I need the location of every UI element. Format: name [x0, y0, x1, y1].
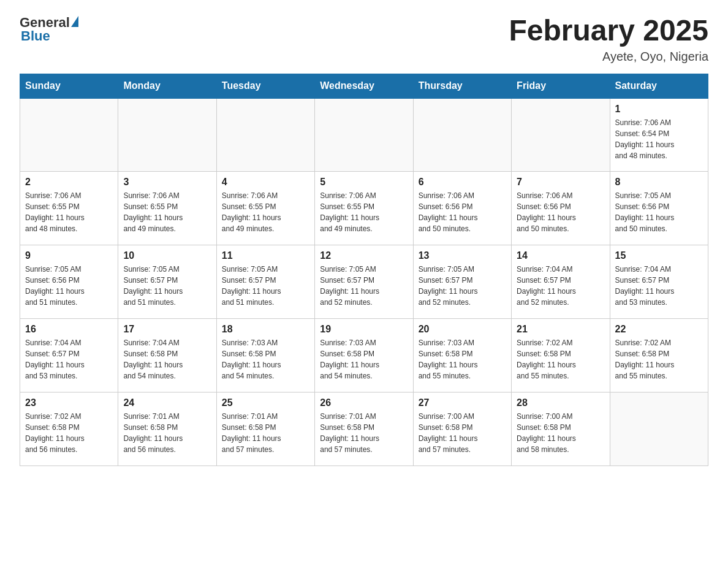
calendar-cell: 7Sunrise: 7:06 AM Sunset: 6:56 PM Daylig… [512, 172, 610, 245]
logo-blue-text: Blue [21, 28, 50, 44]
day-info: Sunrise: 7:00 AM Sunset: 6:58 PM Dayligh… [419, 411, 506, 455]
calendar-table: SundayMondayTuesdayWednesdayThursdayFrid… [20, 74, 708, 467]
weekday-header-monday: Monday [118, 74, 216, 98]
calendar-cell: 4Sunrise: 7:06 AM Sunset: 6:55 PM Daylig… [216, 172, 314, 245]
calendar-cell: 16Sunrise: 7:04 AM Sunset: 6:57 PM Dayli… [20, 319, 118, 393]
day-info: Sunrise: 7:02 AM Sunset: 6:58 PM Dayligh… [517, 337, 604, 381]
day-info: Sunrise: 7:04 AM Sunset: 6:58 PM Dayligh… [123, 337, 211, 381]
day-number: 13 [419, 250, 506, 261]
day-info: Sunrise: 7:05 AM Sunset: 6:57 PM Dayligh… [419, 264, 506, 308]
calendar-cell [216, 98, 314, 172]
day-number: 11 [222, 250, 309, 261]
day-info: Sunrise: 7:00 AM Sunset: 6:58 PM Dayligh… [517, 411, 604, 455]
calendar-cell: 21Sunrise: 7:02 AM Sunset: 6:58 PM Dayli… [512, 319, 610, 393]
calendar-cell: 25Sunrise: 7:01 AM Sunset: 6:58 PM Dayli… [216, 393, 314, 466]
day-info: Sunrise: 7:02 AM Sunset: 6:58 PM Dayligh… [615, 337, 703, 381]
day-info: Sunrise: 7:04 AM Sunset: 6:57 PM Dayligh… [25, 337, 113, 381]
day-info: Sunrise: 7:05 AM Sunset: 6:56 PM Dayligh… [615, 190, 703, 234]
day-number: 6 [419, 177, 506, 188]
day-number: 23 [25, 397, 113, 408]
day-number: 27 [419, 397, 506, 408]
day-info: Sunrise: 7:06 AM Sunset: 6:56 PM Dayligh… [517, 190, 604, 234]
calendar-week-row: 23Sunrise: 7:02 AM Sunset: 6:58 PM Dayli… [20, 393, 708, 466]
day-info: Sunrise: 7:06 AM Sunset: 6:55 PM Dayligh… [222, 190, 309, 234]
day-number: 5 [320, 177, 408, 188]
day-number: 19 [320, 324, 408, 335]
calendar-cell: 5Sunrise: 7:06 AM Sunset: 6:55 PM Daylig… [315, 172, 413, 245]
weekday-header-tuesday: Tuesday [216, 74, 314, 98]
calendar-body: 1Sunrise: 7:06 AM Sunset: 6:54 PM Daylig… [20, 98, 708, 466]
day-number: 7 [517, 177, 604, 188]
calendar-cell [512, 98, 610, 172]
calendar-cell [413, 98, 511, 172]
calendar-cell: 15Sunrise: 7:04 AM Sunset: 6:57 PM Dayli… [610, 245, 708, 319]
weekday-header-thursday: Thursday [413, 74, 511, 98]
calendar-cell: 24Sunrise: 7:01 AM Sunset: 6:58 PM Dayli… [118, 393, 216, 466]
day-info: Sunrise: 7:01 AM Sunset: 6:58 PM Dayligh… [320, 411, 408, 455]
day-info: Sunrise: 7:01 AM Sunset: 6:58 PM Dayligh… [222, 411, 309, 455]
location-subtitle: Ayete, Oyo, Nigeria [509, 50, 708, 64]
day-info: Sunrise: 7:03 AM Sunset: 6:58 PM Dayligh… [419, 337, 506, 381]
calendar-cell: 28Sunrise: 7:00 AM Sunset: 6:58 PM Dayli… [512, 393, 610, 466]
weekday-row: SundayMondayTuesdayWednesdayThursdayFrid… [20, 74, 708, 98]
weekday-header-wednesday: Wednesday [315, 74, 413, 98]
day-number: 22 [615, 324, 703, 335]
day-number: 15 [615, 250, 703, 261]
day-info: Sunrise: 7:06 AM Sunset: 6:55 PM Dayligh… [25, 190, 113, 234]
day-info: Sunrise: 7:05 AM Sunset: 6:57 PM Dayligh… [320, 264, 408, 308]
day-info: Sunrise: 7:05 AM Sunset: 6:56 PM Dayligh… [25, 264, 113, 308]
day-number: 14 [517, 250, 604, 261]
calendar-cell: 9Sunrise: 7:05 AM Sunset: 6:56 PM Daylig… [20, 245, 118, 319]
calendar-week-row: 16Sunrise: 7:04 AM Sunset: 6:57 PM Dayli… [20, 319, 708, 393]
day-number: 2 [25, 177, 113, 188]
calendar-cell [118, 98, 216, 172]
day-info: Sunrise: 7:06 AM Sunset: 6:54 PM Dayligh… [615, 117, 703, 161]
day-info: Sunrise: 7:01 AM Sunset: 6:58 PM Dayligh… [123, 411, 211, 455]
day-info: Sunrise: 7:03 AM Sunset: 6:58 PM Dayligh… [320, 337, 408, 381]
calendar-cell [610, 393, 708, 466]
calendar-cell: 12Sunrise: 7:05 AM Sunset: 6:57 PM Dayli… [315, 245, 413, 319]
calendar-cell: 27Sunrise: 7:00 AM Sunset: 6:58 PM Dayli… [413, 393, 511, 466]
calendar-cell [20, 98, 118, 172]
day-number: 24 [123, 397, 211, 408]
day-info: Sunrise: 7:06 AM Sunset: 6:55 PM Dayligh… [320, 190, 408, 234]
calendar-cell: 1Sunrise: 7:06 AM Sunset: 6:54 PM Daylig… [610, 98, 708, 172]
calendar-cell: 3Sunrise: 7:06 AM Sunset: 6:55 PM Daylig… [118, 172, 216, 245]
weekday-header-friday: Friday [512, 74, 610, 98]
calendar-cell: 19Sunrise: 7:03 AM Sunset: 6:58 PM Dayli… [315, 319, 413, 393]
day-info: Sunrise: 7:06 AM Sunset: 6:55 PM Dayligh… [123, 190, 211, 234]
day-info: Sunrise: 7:02 AM Sunset: 6:58 PM Dayligh… [25, 411, 113, 455]
day-number: 8 [615, 177, 703, 188]
calendar-cell [315, 98, 413, 172]
calendar-cell: 11Sunrise: 7:05 AM Sunset: 6:57 PM Dayli… [216, 245, 314, 319]
weekday-header-saturday: Saturday [610, 74, 708, 98]
day-number: 1 [615, 104, 703, 115]
calendar-cell: 6Sunrise: 7:06 AM Sunset: 6:56 PM Daylig… [413, 172, 511, 245]
weekday-header-sunday: Sunday [20, 74, 118, 98]
day-info: Sunrise: 7:05 AM Sunset: 6:57 PM Dayligh… [123, 264, 211, 308]
calendar-cell: 26Sunrise: 7:01 AM Sunset: 6:58 PM Dayli… [315, 393, 413, 466]
day-number: 4 [222, 177, 309, 188]
page-header: General Blue February 2025 Ayete, Oyo, N… [20, 15, 708, 64]
month-year-title: February 2025 [509, 15, 708, 47]
logo: General Blue [20, 15, 78, 44]
day-number: 12 [320, 250, 408, 261]
calendar-week-row: 9Sunrise: 7:05 AM Sunset: 6:56 PM Daylig… [20, 245, 708, 319]
day-number: 26 [320, 397, 408, 408]
day-number: 9 [25, 250, 113, 261]
day-number: 25 [222, 397, 309, 408]
day-number: 18 [222, 324, 309, 335]
calendar-cell: 14Sunrise: 7:04 AM Sunset: 6:57 PM Dayli… [512, 245, 610, 319]
day-info: Sunrise: 7:05 AM Sunset: 6:57 PM Dayligh… [222, 264, 309, 308]
calendar-cell: 17Sunrise: 7:04 AM Sunset: 6:58 PM Dayli… [118, 319, 216, 393]
day-info: Sunrise: 7:04 AM Sunset: 6:57 PM Dayligh… [517, 264, 604, 308]
day-number: 28 [517, 397, 604, 408]
calendar-cell: 13Sunrise: 7:05 AM Sunset: 6:57 PM Dayli… [413, 245, 511, 319]
calendar-cell: 23Sunrise: 7:02 AM Sunset: 6:58 PM Dayli… [20, 393, 118, 466]
day-number: 21 [517, 324, 604, 335]
calendar-cell: 8Sunrise: 7:05 AM Sunset: 6:56 PM Daylig… [610, 172, 708, 245]
calendar-cell: 20Sunrise: 7:03 AM Sunset: 6:58 PM Dayli… [413, 319, 511, 393]
title-area: February 2025 Ayete, Oyo, Nigeria [509, 15, 708, 64]
calendar-header: SundayMondayTuesdayWednesdayThursdayFrid… [20, 74, 708, 98]
calendar-week-row: 1Sunrise: 7:06 AM Sunset: 6:54 PM Daylig… [20, 98, 708, 172]
